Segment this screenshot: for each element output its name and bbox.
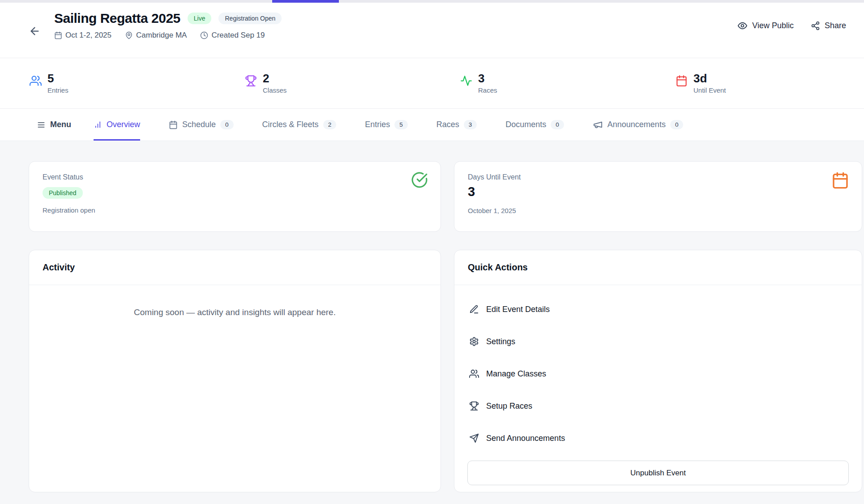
overview-content: Event Status Published Registration open…: [0, 141, 864, 504]
view-public-label: View Public: [752, 21, 794, 30]
tab-schedule[interactable]: Schedule 0: [169, 109, 234, 141]
check-circle-icon: [411, 171, 428, 188]
stat-value: 3d: [693, 73, 726, 85]
back-button[interactable]: [27, 23, 43, 39]
unpublish-event-button[interactable]: Unpublish Event: [467, 461, 849, 485]
tab-label: Schedule: [182, 120, 216, 129]
menu-label: Menu: [50, 120, 71, 129]
days-until-value: 3: [468, 184, 848, 199]
trophy-icon: [469, 401, 479, 411]
stats-row: 5 Entries 2 Classes 3 Races 3d Until Eve…: [0, 58, 864, 109]
stat-until-event: 3d Until Event: [676, 73, 864, 94]
published-badge: Published: [43, 187, 83, 199]
setup-races-action[interactable]: Setup Races: [467, 396, 849, 416]
eye-icon: [737, 21, 748, 31]
stat-value: 5: [47, 73, 68, 85]
arrow-left-icon: [29, 25, 41, 37]
stat-label: Entries: [47, 86, 68, 94]
clock-icon: [200, 31, 208, 39]
activity-card-header: Activity: [29, 250, 441, 285]
live-badge: Live: [188, 13, 212, 24]
megaphone-icon: [593, 120, 603, 130]
share-icon: [811, 21, 820, 30]
stat-value: 3: [478, 73, 497, 85]
stat-label: Until Event: [693, 86, 726, 94]
event-location-label: Cambridge MA: [136, 31, 187, 40]
tab-entries[interactable]: Entries 5: [365, 109, 408, 141]
registration-open-text: Registration open: [43, 206, 427, 214]
tab-races[interactable]: Races 3: [436, 109, 477, 141]
card-title: Days Until Event: [468, 173, 848, 181]
map-pin-icon: [125, 31, 133, 39]
stat-value: 2: [263, 73, 287, 85]
manage-classes-action[interactable]: Manage Classes: [467, 364, 849, 384]
card-title: Event Status: [43, 173, 427, 181]
tab-label: Races: [436, 120, 459, 129]
page-title: Sailing Regatta 2025: [54, 11, 180, 26]
hamburger-icon: [37, 120, 46, 129]
tab-announcements[interactable]: Announcements 0: [593, 109, 684, 141]
trophy-icon: [245, 75, 257, 87]
action-label: Send Announcements: [486, 434, 565, 443]
action-label: Settings: [486, 337, 515, 346]
stat-entries: 5 Entries: [30, 73, 245, 94]
event-start-date: October 1, 2025: [468, 207, 848, 214]
event-created: Created Sep 19: [200, 31, 265, 40]
tab-label: Circles & Fleets: [262, 120, 319, 129]
tab-count-badge: 0: [551, 120, 564, 130]
pen-icon: [469, 304, 479, 314]
event-location: Cambridge MA: [125, 31, 187, 40]
card-title: Activity: [43, 262, 427, 273]
days-until-event-card: Days Until Event 3 October 1, 2025: [454, 161, 862, 232]
menu-button[interactable]: Menu: [37, 109, 71, 141]
activity-empty-message: Coming soon — activity and insights will…: [29, 308, 441, 317]
tab-label: Overview: [107, 120, 140, 129]
stat-label: Classes: [263, 86, 287, 94]
event-created-label: Created Sep 19: [211, 31, 265, 40]
tab-count-badge: 0: [670, 120, 684, 130]
tab-count-badge: 0: [220, 120, 234, 130]
stat-classes: 2 Classes: [245, 73, 460, 94]
users-icon: [30, 75, 42, 87]
send-icon: [469, 433, 479, 443]
quick-actions-card-header: Quick Actions: [454, 250, 862, 285]
action-label: Edit Event Details: [486, 305, 550, 314]
share-label: Share: [825, 21, 846, 30]
action-label: Setup Races: [486, 401, 532, 411]
tab-overview[interactable]: Overview: [94, 109, 140, 141]
calendar-icon: [54, 31, 62, 39]
tab-label: Documents: [505, 120, 546, 129]
tab-count-badge: 3: [464, 120, 477, 130]
event-dates-label: Oct 1-2, 2025: [65, 31, 111, 40]
tab-count-badge: 2: [323, 120, 337, 130]
registration-status-badge: Registration Open: [218, 13, 282, 24]
send-announcements-action[interactable]: Send Announcements: [467, 428, 849, 448]
header-main: Sailing Regatta 2025 Live Registration O…: [54, 11, 282, 40]
settings-action[interactable]: Settings: [467, 332, 849, 351]
calendar-icon: [831, 171, 849, 189]
share-button[interactable]: Share: [811, 21, 846, 30]
activity-card: Activity Coming soon — activity and insi…: [29, 250, 441, 492]
top-progress-fill: [272, 0, 339, 3]
event-meta-row: Oct 1-2, 2025 Cambridge MA Created Sep 1…: [54, 31, 282, 40]
users-icon: [469, 369, 479, 379]
calendar-icon: [169, 120, 178, 129]
activity-icon: [460, 75, 472, 87]
tab-documents[interactable]: Documents 0: [505, 109, 564, 141]
tab-bar: Menu Overview Schedule 0 Circles & Fleet…: [0, 109, 864, 141]
event-header: Sailing Regatta 2025 Live Registration O…: [0, 3, 864, 58]
view-public-button[interactable]: View Public: [737, 21, 794, 31]
tab-label: Announcements: [607, 120, 666, 129]
header-actions: View Public Share: [737, 21, 846, 31]
stat-label: Races: [478, 86, 497, 94]
gear-icon: [469, 337, 479, 346]
card-title: Quick Actions: [468, 262, 848, 273]
quick-actions-card: Quick Actions Edit Event Details Setting…: [454, 250, 862, 492]
calendar-icon: [676, 75, 688, 87]
top-progress-track: [0, 0, 864, 3]
edit-event-details-action[interactable]: Edit Event Details: [467, 299, 849, 319]
tab-circles-fleets[interactable]: Circles & Fleets 2: [262, 109, 337, 141]
event-status-card: Event Status Published Registration open: [29, 161, 441, 232]
event-dates: Oct 1-2, 2025: [54, 31, 111, 40]
stat-races: 3 Races: [460, 73, 676, 94]
